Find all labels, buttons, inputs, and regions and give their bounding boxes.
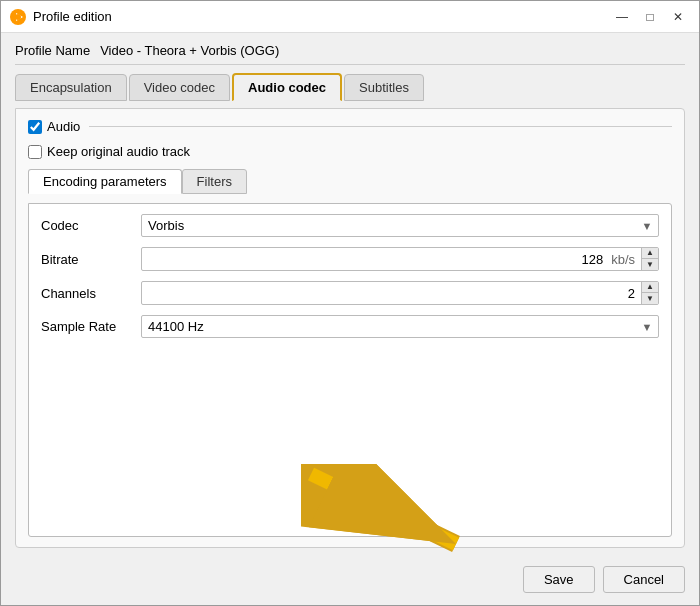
profile-name-label: Profile Name <box>15 43 90 58</box>
sample-rate-row: Sample Rate 44100 Hz 22050 Hz 48000 Hz 8… <box>41 315 659 338</box>
content-area: Profile Name Video - Theora + Vorbis (OG… <box>1 33 699 558</box>
tab-subtitles[interactable]: Subtitles <box>344 74 424 101</box>
sample-rate-select[interactable]: 44100 Hz 22050 Hz 48000 Hz 8000 Hz <box>141 315 659 338</box>
channels-down-button[interactable]: ▼ <box>642 293 658 304</box>
encoding-params-panel: Codec Vorbis MP3 AAC FLAC Opus ▼ <box>28 203 672 537</box>
inner-tabs: Encoding parameters Filters <box>28 169 672 194</box>
tab-encapsulation[interactable]: Encapsulation <box>15 74 127 101</box>
title-bar: Profile edition — □ ✕ <box>1 1 699 33</box>
sample-rate-select-wrapper: 44100 Hz 22050 Hz 48000 Hz 8000 Hz ▼ <box>141 315 659 338</box>
minimize-button[interactable]: — <box>609 6 635 28</box>
cancel-button[interactable]: Cancel <box>603 566 685 593</box>
svg-point-2 <box>15 14 21 20</box>
keep-original-row: Keep original audio track <box>28 144 672 159</box>
bitrate-input[interactable] <box>142 249 609 270</box>
channels-row: Channels ▲ ▼ <box>41 281 659 305</box>
bitrate-spin-buttons: ▲ ▼ <box>641 248 658 270</box>
channels-input[interactable] <box>142 283 641 304</box>
audio-checkbox-row: Audio <box>28 119 672 134</box>
save-button[interactable]: Save <box>523 566 595 593</box>
main-tabs: Encapsulation Video codec Audio codec Su… <box>15 73 685 101</box>
tab-video-codec[interactable]: Video codec <box>129 74 230 101</box>
codec-row: Codec Vorbis MP3 AAC FLAC Opus ▼ <box>41 214 659 237</box>
footer: Save Cancel <box>1 558 699 605</box>
codec-label: Codec <box>41 218 131 233</box>
close-button[interactable]: ✕ <box>665 6 691 28</box>
bitrate-label: Bitrate <box>41 252 131 267</box>
window-title: Profile edition <box>33 9 609 24</box>
profile-name-value: Video - Theora + Vorbis (OGG) <box>100 43 685 58</box>
bitrate-spinbox: kb/s ▲ ▼ <box>141 247 659 271</box>
channels-up-button[interactable]: ▲ <box>642 282 658 293</box>
app-icon <box>9 8 27 26</box>
bitrate-down-button[interactable]: ▼ <box>642 259 658 270</box>
audio-codec-panel: Audio Keep original audio track Encoding… <box>15 108 685 548</box>
inner-tab-filters[interactable]: Filters <box>182 169 247 194</box>
channels-label: Channels <box>41 286 131 301</box>
codec-select-wrapper: Vorbis MP3 AAC FLAC Opus ▼ <box>141 214 659 237</box>
bitrate-unit: kb/s <box>609 252 641 267</box>
codec-select[interactable]: Vorbis MP3 AAC FLAC Opus <box>141 214 659 237</box>
channels-spinbox: ▲ ▼ <box>141 281 659 305</box>
maximize-button[interactable]: □ <box>637 6 663 28</box>
main-window: Profile edition — □ ✕ Profile Name Video… <box>0 0 700 606</box>
window-controls: — □ ✕ <box>609 6 691 28</box>
profile-name-row: Profile Name Video - Theora + Vorbis (OG… <box>15 43 685 65</box>
channels-spin-buttons: ▲ ▼ <box>641 282 658 304</box>
tab-audio-codec[interactable]: Audio codec <box>232 73 342 101</box>
keep-original-label[interactable]: Keep original audio track <box>47 144 190 159</box>
bitrate-row: Bitrate kb/s ▲ ▼ <box>41 247 659 271</box>
audio-checkbox[interactable] <box>28 120 42 134</box>
bitrate-up-button[interactable]: ▲ <box>642 248 658 259</box>
keep-original-checkbox[interactable] <box>28 145 42 159</box>
sample-rate-label: Sample Rate <box>41 319 131 334</box>
inner-tab-encoding-params[interactable]: Encoding parameters <box>28 169 182 194</box>
audio-label[interactable]: Audio <box>47 119 80 134</box>
